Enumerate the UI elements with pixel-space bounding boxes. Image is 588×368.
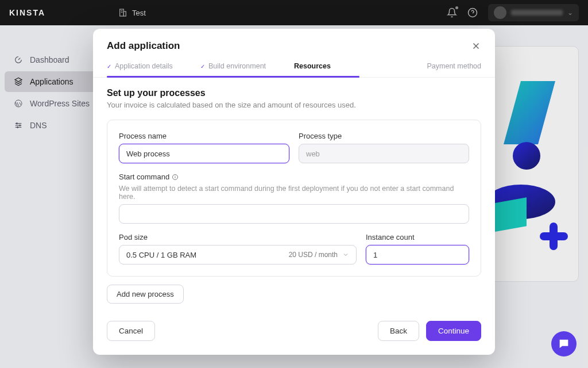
chat-icon — [558, 338, 570, 350]
modal-title: Add application — [107, 40, 180, 52]
pod-size-label: Pod size — [119, 233, 357, 241]
add-application-modal: Add application ✓Application details ✓Bu… — [93, 29, 495, 355]
check-icon: ✓ — [107, 63, 111, 70]
step-build-environment[interactable]: ✓Build environment — [200, 62, 294, 77]
start-command-input[interactable] — [119, 204, 469, 224]
step-resources[interactable]: Resources — [294, 62, 388, 77]
step-payment-method[interactable]: Payment method — [388, 62, 481, 77]
process-type-label: Process type — [299, 132, 469, 140]
add-new-process-button[interactable]: Add new process — [107, 285, 184, 304]
process-type-input — [299, 144, 469, 163]
stepper-progress — [107, 76, 359, 78]
pod-size-price: 20 USD / month — [289, 251, 338, 259]
pod-size-value: 0.5 CPU / 1 GB RAM — [126, 251, 196, 259]
check-icon: ✓ — [200, 63, 205, 70]
step-application-details[interactable]: ✓Application details — [107, 62, 200, 77]
close-icon[interactable] — [471, 41, 481, 51]
stepper: ✓Application details ✓Build environment … — [93, 62, 495, 78]
svg-point-22 — [175, 175, 176, 176]
start-command-label: Start command — [119, 172, 469, 181]
process-name-input[interactable] — [119, 144, 289, 163]
cancel-button[interactable]: Cancel — [107, 321, 155, 341]
start-command-hint: We will attempt to detect a start comman… — [119, 185, 469, 201]
back-button[interactable]: Back — [378, 321, 419, 341]
info-icon[interactable] — [172, 174, 179, 181]
pod-size-select[interactable]: 0.5 CPU / 1 GB RAM 20 USD / month — [119, 245, 357, 264]
process-name-label: Process name — [119, 132, 289, 140]
instance-count-input[interactable] — [366, 245, 469, 264]
chevron-down-icon — [342, 251, 349, 258]
process-card: Process name Process type Start command … — [107, 120, 481, 277]
instance-count-label: Instance count — [366, 233, 469, 241]
chat-launcher[interactable] — [551, 331, 577, 356]
section-subtitle: Your invoice is calculated based on the … — [107, 101, 481, 109]
section-title: Set up your processes — [107, 88, 481, 98]
continue-button[interactable]: Continue — [426, 321, 481, 341]
